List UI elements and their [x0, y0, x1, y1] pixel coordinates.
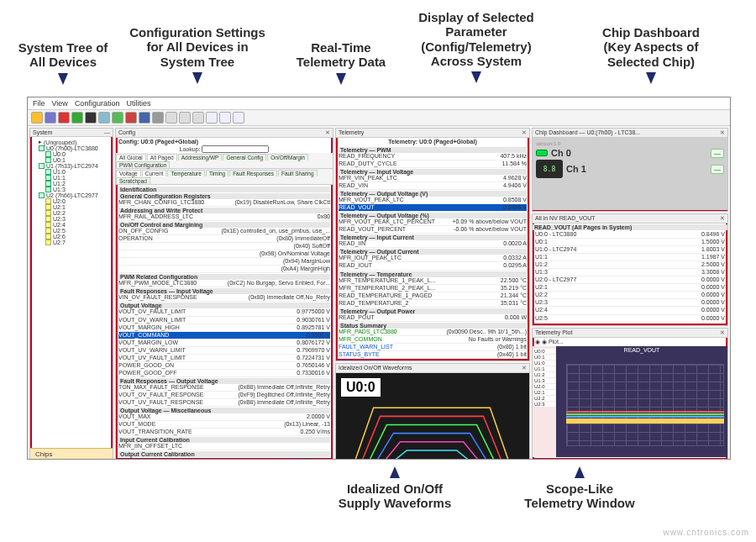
scope-channel-item[interactable]: U0:0	[533, 349, 555, 354]
table-row[interactable]: MFR_IIN_OFFSET_LTC	[118, 443, 330, 450]
table-row[interactable]: (0x40) SoftOff	[118, 243, 330, 250]
config-tab[interactable]: All Global	[116, 154, 146, 160]
tree-device[interactable]: U0 (7h00)-LTC3880	[34, 145, 109, 151]
panel-minimize-icon[interactable]: —	[104, 129, 110, 135]
config-tab[interactable]: Current	[142, 170, 167, 176]
table-row[interactable]: VOUT_MARGIN_HIGH0.8925781 V	[118, 324, 330, 332]
config-tab[interactable]: Fault Sharing	[278, 170, 318, 176]
table-row[interactable]: U2:50.0000 V	[535, 315, 725, 323]
chips-tab[interactable]: Chips	[30, 448, 113, 460]
table-row[interactable]: READ_VIN4.9406 V	[339, 182, 527, 190]
toolbar-icon[interactable]	[112, 112, 123, 124]
table-row[interactable]: READ_IOUT0.0295 A	[339, 262, 527, 270]
table-row[interactable]: READ_DUTY_CYCLE11.584 %	[339, 160, 527, 168]
table-row[interactable]: VOUT_OV_WARN_LIMIT0.9030761 V	[118, 317, 330, 324]
scope-channel-item[interactable]: U2:3	[533, 402, 555, 407]
table-row[interactable]: U1:33.3008 V	[535, 269, 725, 276]
toolbar-icon[interactable]	[125, 112, 137, 124]
toolbar-icon[interactable]	[152, 112, 164, 124]
table-row[interactable]: READ_IIN0.0020 A	[339, 240, 527, 248]
tree-channel[interactable]: U2:5	[34, 228, 109, 234]
table-row[interactable]: MFR_VOUT_PEAK_LTC0.8508 V	[339, 197, 527, 204]
menu-file[interactable]: File	[33, 99, 45, 108]
toolbar-icon[interactable]	[45, 112, 56, 124]
config-tab[interactable]: Voltage	[116, 170, 141, 176]
close-icon[interactable]: ✕	[522, 129, 527, 136]
table-row[interactable]: READ_POUT0.008 W	[339, 314, 527, 322]
toolbar-icon[interactable]	[233, 112, 244, 124]
table-row[interactable]: U1:11.1987 V	[535, 254, 725, 261]
table-row[interactable]: READ_VOUT0.8496 V	[339, 204, 527, 212]
toolbar-icon[interactable]	[85, 112, 97, 124]
table-row[interactable]: READ_TEMPERATURE_1_PAGED21.344 °C	[339, 292, 527, 300]
table-row[interactable]: U1:22.5000 V	[535, 261, 725, 269]
config-tab[interactable]: All Paged	[147, 154, 177, 160]
table-row[interactable]: MFR_PADS_LTC3880(0x0090 Desc.. 9th 1b'1_…	[339, 329, 527, 336]
toolbar-icon[interactable]	[71, 112, 83, 124]
table-row[interactable]: (0xA4) MarginHigh	[118, 266, 330, 273]
scope-channel-item[interactable]: U0:1	[533, 355, 555, 360]
config-tab[interactable]: Scratchpad	[116, 177, 150, 184]
table-row[interactable]: U0:0 - LTC38800.8496 V	[535, 231, 725, 239]
table-row[interactable]: MFR_VOUT_PEAK_LTC_PERCENT+0.09 % above/b…	[339, 218, 527, 226]
table-row[interactable]: MFR_VIN_PEAK_LTC4.9628 V	[339, 175, 527, 182]
table-row[interactable]: U1:0 - LTC29741.8003 V	[535, 246, 725, 254]
table-row[interactable]: READ_TEMPERATURE_235.031 °C	[339, 300, 527, 308]
tree-channel[interactable]: U2:2	[34, 210, 109, 216]
tree-root[interactable]: ▸ (Ungrouped)	[34, 139, 109, 145]
tree-channel[interactable]: U1:0	[34, 169, 109, 175]
table-row[interactable]: IOUT_CAL_GAIN36525 kxmw	[118, 457, 330, 460]
table-row[interactable]: VOUT_UV_FAULT_RESPONSE(0xB8) Immediate O…	[118, 399, 330, 407]
tree-device[interactable]: U1 (7h33)-LTC2974	[34, 163, 109, 169]
close-icon[interactable]: ✕	[325, 129, 330, 136]
table-row[interactable]: (0x94) MarginLow	[118, 258, 330, 266]
toolbar-icon[interactable]	[31, 112, 43, 124]
table-row[interactable]: U2:20.0000 V	[535, 292, 725, 299]
scope-channel-item[interactable]: U1:1	[533, 366, 555, 371]
table-row[interactable]: MFR_CHAN_CONFIG_LTC3880(0x19) DisableRun…	[118, 199, 330, 207]
menu-utilities[interactable]: Utilities	[126, 99, 150, 108]
tree-channel[interactable]: U0:1	[34, 157, 109, 163]
table-row[interactable]: VOUT_TRANSITION_RATE0.250 V/ms	[118, 429, 330, 436]
table-row[interactable]: VIN_OV_FAULT_RESPONSE(0x80) Immediate Of…	[118, 294, 330, 302]
scope-channel-item[interactable]: U1:2	[533, 372, 555, 377]
config-tab[interactable]: Temperature	[167, 170, 205, 176]
toolbar-icon[interactable]	[98, 112, 110, 124]
table-row[interactable]: OPERATION(0x80) ImmediateOff	[118, 235, 330, 243]
scope-channel-item[interactable]: U2:0	[533, 384, 555, 389]
config-tab[interactable]: Fault Responses	[229, 170, 277, 176]
config-lookup-input[interactable]	[202, 145, 269, 153]
table-row[interactable]: POWER_GOOD_OFF0.7330016 V	[118, 370, 330, 377]
close-icon[interactable]: ✕	[720, 129, 725, 136]
config-tab[interactable]: General Config	[223, 154, 266, 160]
tree-channel[interactable]: U1:2	[34, 181, 109, 187]
toolbar-icon[interactable]	[219, 112, 231, 124]
toolbar-icon[interactable]	[192, 112, 204, 124]
close-icon[interactable]: ✕	[720, 329, 725, 336]
tree-channel[interactable]: U2:7	[34, 239, 109, 245]
table-row[interactable]: READ_VOUT_PERCENT-0.06 % above/below VOU…	[339, 226, 527, 234]
scope-channel-item[interactable]: U2:1	[533, 390, 555, 395]
table-row[interactable]: U2:10.0000 V	[535, 284, 725, 292]
table-row[interactable]: VOUT_UV_FAULT_LIMIT0.7224731 V	[118, 355, 330, 362]
tree-channel[interactable]: U2:3	[34, 216, 109, 222]
tree-device[interactable]: U2 (7h66)-LTC2977	[34, 192, 109, 198]
toolbar-icon[interactable]	[165, 112, 177, 124]
scope-channel-item[interactable]: U1:3	[533, 378, 555, 383]
table-row[interactable]: U2:40.0000 V	[535, 307, 725, 314]
table-row[interactable]: U2:30.0000 V	[535, 299, 725, 307]
toolbar-icon[interactable]	[139, 112, 150, 124]
table-row[interactable]: (0x98) On/Nominal Voltage	[118, 250, 330, 258]
table-row[interactable]: MFR_PWM_MODE_LTC3880(0xC2) No Burgap, Se…	[118, 280, 330, 287]
toolbar-icon[interactable]	[58, 112, 70, 124]
table-row[interactable]: VOUT_MAX2.0000 V	[118, 413, 330, 421]
tree-channel[interactable]: U2:4	[34, 222, 109, 228]
tree-channel[interactable]: U2:0	[34, 198, 109, 204]
menu-configuration[interactable]: Configuration	[75, 99, 120, 108]
config-tab[interactable]: Addressing/WP	[178, 154, 223, 160]
tree-channel[interactable]: U2:1	[34, 204, 109, 210]
config-tab[interactable]: PWM Configuration	[116, 161, 170, 168]
table-row[interactable]: FAULT_WARN_LIST(0x80) 1 bit	[339, 344, 527, 351]
table-row[interactable]: MFR_COMMONNo Faults or Warnings	[339, 336, 527, 344]
table-row[interactable]: TON_MAX_FAULT_RESPONSE(0xB8) Immediate O…	[118, 384, 330, 392]
